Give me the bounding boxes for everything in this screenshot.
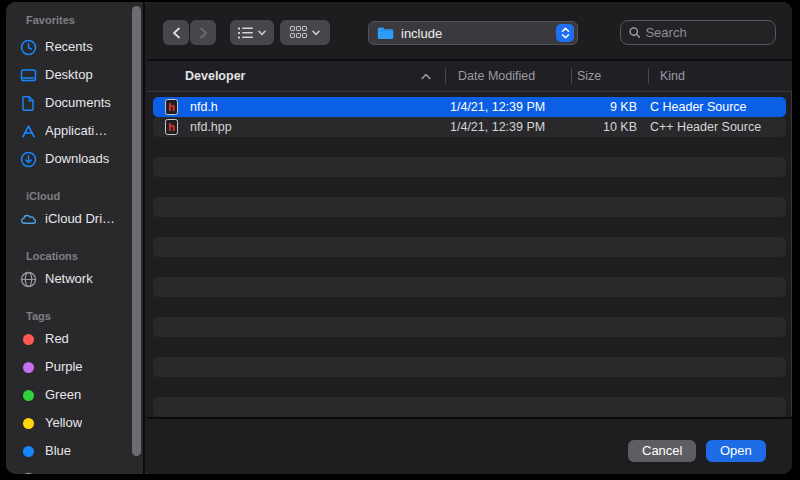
sidebar-item-label: Desktop <box>45 61 93 89</box>
table-header: Developer Date Modified Size Kind <box>147 59 792 92</box>
sidebar-item-tag-green[interactable]: Green <box>20 381 133 409</box>
file-name: nfd.hpp <box>190 117 232 137</box>
sidebar-item-label: iCloud Dri… <box>45 205 115 233</box>
search-icon <box>629 26 640 39</box>
sidebar-section-favorites: Favorites <box>26 12 75 28</box>
file-name: nfd.h <box>190 97 218 117</box>
yellow-tag-icon <box>20 415 37 432</box>
sidebar-item-documents[interactable]: Documents <box>20 89 133 117</box>
sidebar-item-label: Network <box>45 265 93 293</box>
chevron-down-icon <box>312 30 320 36</box>
sidebar-scrollbar[interactable] <box>132 6 141 456</box>
empty-row[interactable] <box>153 337 786 357</box>
purple-tag-icon <box>20 359 37 376</box>
empty-row[interactable] <box>153 377 786 397</box>
file-row-nfd-h[interactable]: h nfd.h 1/4/21, 12:39 PM 9 KB C Header S… <box>153 97 786 117</box>
open-button[interactable]: Open <box>706 440 766 462</box>
sidebar-item-label: Blue <box>45 437 71 465</box>
file-size: 9 KB <box>553 97 637 117</box>
content-area: include Developer Date Modified Size Kin… <box>147 2 792 474</box>
search-field[interactable] <box>620 20 776 45</box>
empty-row[interactable] <box>153 277 786 297</box>
globe-icon <box>20 271 37 288</box>
empty-row[interactable] <box>153 237 786 257</box>
empty-row[interactable] <box>153 357 786 377</box>
file-list: h nfd.h 1/4/21, 12:39 PM 9 KB C Header S… <box>147 92 792 417</box>
sidebar-section-tags: Tags <box>26 308 51 324</box>
list-view-icon <box>238 27 253 39</box>
sidebar-item-tag-blue[interactable]: Blue <box>20 437 133 465</box>
cloud-icon <box>20 211 37 228</box>
chevron-left-icon <box>172 27 181 39</box>
empty-row[interactable] <box>153 217 786 237</box>
stepper-icon <box>556 24 574 42</box>
document-icon <box>20 95 37 112</box>
icon-view-icon <box>290 26 307 39</box>
sidebar-item-network[interactable]: Network <box>20 265 133 293</box>
c-header-file-icon: h <box>165 99 178 115</box>
forward-button[interactable] <box>190 20 216 45</box>
file-open-dialog: Favorites Recents Desktop Documents Appl… <box>6 2 792 474</box>
dialog-footer: Cancel Open <box>147 417 792 474</box>
column-divider[interactable] <box>445 68 446 84</box>
file-size: 10 KB <box>553 117 637 137</box>
empty-row[interactable] <box>153 137 786 157</box>
sidebar-item-label: Downloads <box>45 145 109 173</box>
sidebar-item-label: Yellow <box>45 409 82 437</box>
file-row-nfd-hpp[interactable]: h nfd.hpp 1/4/21, 12:39 PM 10 KB C++ Hea… <box>153 117 786 137</box>
cpp-header-file-icon: h <box>165 119 178 135</box>
empty-row[interactable] <box>153 157 786 177</box>
search-input[interactable] <box>645 25 767 40</box>
list-view-button[interactable] <box>230 20 274 45</box>
sidebar-section-icloud: iCloud <box>26 188 60 204</box>
appstore-icon <box>20 123 37 140</box>
sidebar-item-tag-red[interactable]: Red <box>20 325 133 353</box>
empty-row[interactable] <box>153 397 786 417</box>
folder-icon <box>377 26 394 40</box>
clock-icon <box>20 39 37 56</box>
sort-ascending-icon <box>421 73 431 80</box>
sidebar-item-all-tags[interactable]: All Tags <box>20 465 133 474</box>
sidebar-item-applications[interactable]: Applicati… <box>20 117 133 145</box>
circle-outline-icon <box>20 471 37 475</box>
cancel-button[interactable]: Cancel <box>628 440 696 462</box>
sidebar-item-recents[interactable]: Recents <box>20 33 133 61</box>
back-button[interactable] <box>163 20 189 45</box>
column-header-date-modified[interactable]: Date Modified <box>458 61 535 91</box>
column-header-developer[interactable]: Developer <box>185 61 245 91</box>
folder-select-value: include <box>401 26 556 41</box>
red-tag-icon <box>20 331 37 348</box>
column-header-size[interactable]: Size <box>577 61 601 91</box>
chevron-down-icon <box>258 30 266 36</box>
icon-view-button[interactable] <box>280 20 330 45</box>
column-header-kind[interactable]: Kind <box>660 61 685 91</box>
file-date-modified: 1/4/21, 12:39 PM <box>450 117 545 137</box>
sidebar-item-icloud-drive[interactable]: iCloud Dri… <box>20 205 133 233</box>
empty-row[interactable] <box>153 297 786 317</box>
column-divider[interactable] <box>648 68 649 84</box>
sidebar-item-desktop[interactable]: Desktop <box>20 61 133 89</box>
file-kind: C Header Source <box>650 97 747 117</box>
file-date-modified: 1/4/21, 12:39 PM <box>450 97 545 117</box>
sidebar-item-label: Green <box>45 381 81 409</box>
sidebar-item-label: Documents <box>45 89 111 117</box>
chevron-right-icon <box>199 27 208 39</box>
sidebar-item-downloads[interactable]: Downloads <box>20 145 133 173</box>
column-divider[interactable] <box>571 68 572 84</box>
sidebar-section-locations: Locations <box>26 248 78 264</box>
blue-tag-icon <box>20 443 37 460</box>
sidebar-item-tag-yellow[interactable]: Yellow <box>20 409 133 437</box>
empty-row[interactable] <box>153 197 786 217</box>
empty-row[interactable] <box>153 177 786 197</box>
sidebar-item-tag-purple[interactable]: Purple <box>20 353 133 381</box>
green-tag-icon <box>20 387 37 404</box>
folder-select[interactable]: include <box>368 21 578 45</box>
sidebar-item-label: All Tags <box>45 465 90 474</box>
empty-row[interactable] <box>153 257 786 277</box>
desktop-icon <box>20 67 37 84</box>
sidebar-item-label: Recents <box>45 33 93 61</box>
empty-row[interactable] <box>153 317 786 337</box>
sidebar-item-label: Purple <box>45 353 83 381</box>
sidebar-item-label: Red <box>45 325 69 353</box>
sidebar: Favorites Recents Desktop Documents Appl… <box>6 2 145 474</box>
